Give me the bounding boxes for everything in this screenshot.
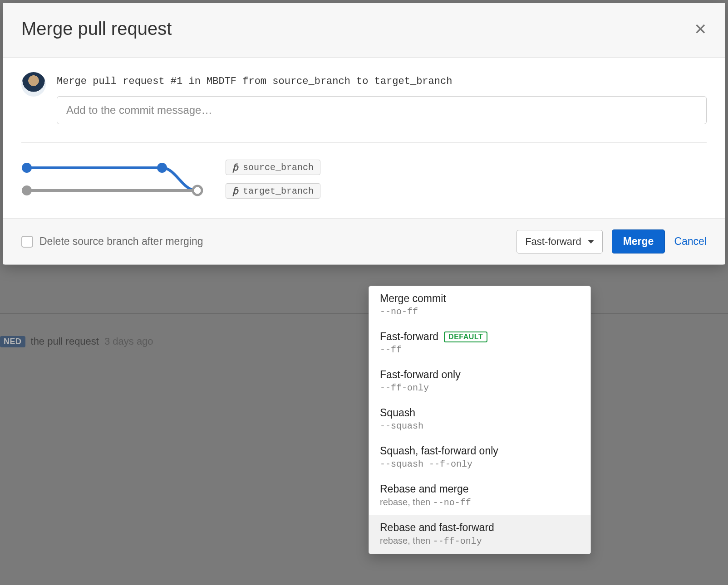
merge-strategy-option-sub: --ff-only	[380, 383, 580, 393]
merge-strategy-option-title: Squash	[380, 407, 415, 419]
merge-strategy-option-sub: rebase, then --ff-only	[380, 536, 580, 546]
merge-strategy-option-title: Rebase and merge	[380, 483, 469, 495]
merge-strategy-option[interactable]: Rebase and mergerebase, then --no-ff	[369, 477, 590, 515]
svg-point-5	[193, 186, 202, 195]
avatar	[21, 72, 46, 97]
background-activity-row: NED the pull request 3 days ago	[0, 336, 153, 347]
close-icon[interactable]: ✕	[694, 21, 707, 37]
merge-button[interactable]: Merge	[612, 229, 665, 253]
merge-strategy-option[interactable]: Fast-forward only--ff-only	[369, 362, 590, 400]
merge-strategy-dropdown: Merge commit--no-ffFast-forwardDEFAULT--…	[369, 286, 591, 554]
merge-strategy-option-title: Merge commit	[380, 292, 446, 305]
merge-strategy-option-sub: rebase, then --no-ff	[380, 497, 580, 508]
target-branch-tag[interactable]: ƥ target_branch	[226, 183, 320, 199]
default-badge: DEFAULT	[444, 332, 487, 342]
merge-strategy-option-sub: --ff	[380, 345, 580, 355]
merge-strategy-option-sub: --no-ff	[380, 307, 580, 317]
target-branch-name: target_branch	[243, 186, 314, 196]
source-branch-tag[interactable]: ƥ source_branch	[226, 160, 320, 175]
merge-strategy-option-title: Squash, fast-forward only	[380, 445, 498, 457]
merge-strategy-selected: Fast-forward	[525, 236, 581, 248]
merge-strategy-option-title: Rebase and fast-forward	[380, 522, 494, 534]
dialog-body: Merge pull request #1 in MBDTF from sour…	[3, 58, 725, 218]
chevron-down-icon	[588, 240, 594, 244]
merge-strategy-option[interactable]: Squash--squash	[369, 400, 590, 439]
svg-point-4	[22, 185, 32, 195]
background-divider	[0, 313, 728, 314]
divider	[21, 142, 707, 143]
background-timestamp: 3 days ago	[104, 336, 153, 347]
merge-strategy-option[interactable]: Merge commit--no-ff	[369, 286, 590, 324]
commit-title: Merge pull request #1 in MBDTF from sour…	[57, 76, 707, 87]
dialog-footer: Delete source branch after merging Fast-…	[3, 218, 725, 264]
merge-strategy-option-title: Fast-forward only	[380, 369, 461, 381]
merge-strategy-option[interactable]: Squash, fast-forward only--squash --f-on…	[369, 439, 590, 477]
branch-icon: ƥ	[232, 162, 238, 173]
merge-strategy-option[interactable]: Fast-forwardDEFAULT--ff	[369, 324, 590, 362]
commit-message-input[interactable]	[57, 96, 707, 124]
background-badge: NED	[0, 336, 25, 347]
merge-strategy-option-title: Fast-forward	[380, 331, 438, 343]
svg-point-2	[22, 163, 32, 173]
merge-strategy-option[interactable]: Rebase and fast-forwardrebase, then --ff…	[369, 515, 590, 554]
delete-source-label: Delete source branch after merging	[39, 235, 203, 248]
merge-strategy-dropdown-button[interactable]: Fast-forward	[516, 230, 602, 253]
cancel-button[interactable]: Cancel	[674, 235, 707, 248]
merge-dialog: Merge pull request ✕ Merge pull request …	[3, 3, 725, 265]
dialog-title: Merge pull request	[21, 19, 172, 39]
svg-point-3	[157, 163, 167, 173]
branch-graph-icon	[21, 156, 203, 202]
merge-strategy-option-sub: --squash	[380, 421, 580, 431]
branch-icon: ƥ	[232, 185, 238, 196]
dialog-header: Merge pull request ✕	[3, 3, 725, 58]
background-text: the pull request	[31, 336, 99, 347]
delete-source-checkbox[interactable]	[21, 236, 33, 248]
branch-visualization: ƥ source_branch ƥ target_branch	[21, 156, 707, 218]
source-branch-name: source_branch	[243, 162, 314, 173]
merge-strategy-option-sub: --squash --f-only	[380, 459, 580, 469]
commit-message-row: Merge pull request #1 in MBDTF from sour…	[21, 72, 707, 124]
